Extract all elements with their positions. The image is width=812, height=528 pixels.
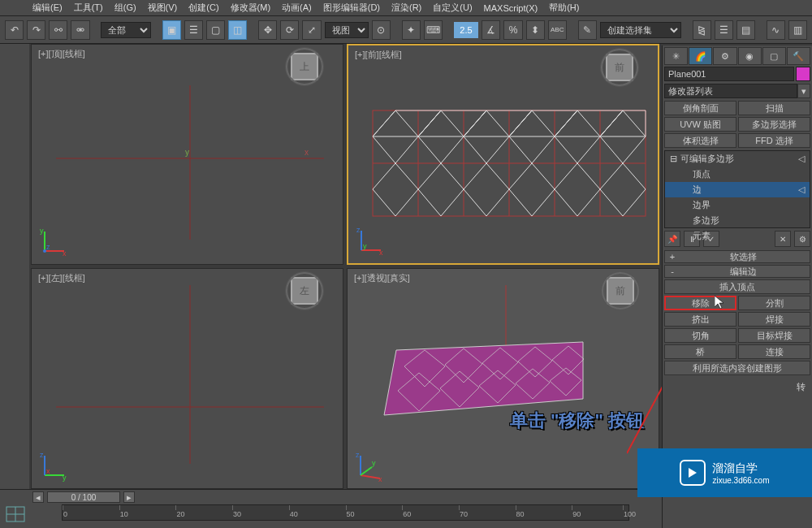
stack-element[interactable]: 元素 [665,228,810,244]
chamfer-button[interactable]: 切角 [664,328,736,343]
extrude-button[interactable]: 挤出 [664,312,736,327]
angle-snap-button[interactable]: ∡ [482,20,500,40]
move-button[interactable]: ✥ [258,20,277,40]
stack-border[interactable]: 边界 [665,197,810,213]
time-ruler[interactable]: 0 10 20 30 40 50 60 70 80 90 100 [62,504,629,521]
manipulate-button[interactable]: ✦ [402,20,421,40]
viewport-front[interactable]: [+][前][线框] 前 x z y [347,44,659,265]
unlink-button[interactable]: ⚮ [71,20,89,40]
hierarchy-tab[interactable]: ⚙ [713,47,736,65]
align-button[interactable]: ☰ [715,20,733,40]
menu-create[interactable]: 创建(C) [188,2,218,14]
edit-named-sel-button[interactable]: ✎ [578,20,597,40]
vol-select-button[interactable]: 体积选择 [664,133,736,148]
dropdown-arrow-icon[interactable]: ▾ [797,84,810,98]
select-object-button[interactable]: ▣ [162,20,181,40]
utilities-tab[interactable]: 🔨 [787,47,810,65]
ffd-select-button[interactable]: FFD 选择 [738,133,810,148]
sweep-button[interactable]: 扫描 [738,101,810,115]
chamfer-profile-button[interactable]: 倒角剖面 [664,101,736,115]
ref-coord-dropdown[interactable]: 视图 [325,22,369,38]
modifier-stack[interactable]: ⊟可编辑多边形◁ 顶点 边◁ 边界 多边形 元素 [664,150,810,228]
tick: 60 [402,505,411,510]
svg-text:x: x [304,148,309,157]
selection-filter-dropdown[interactable]: 全部 [101,22,151,38]
svg-text:x: x [378,475,382,482]
scale-button[interactable]: ⤢ [302,20,321,40]
window-crossing-button[interactable]: ◫ [228,20,247,40]
menu-edit[interactable]: 编辑(E) [32,2,63,14]
display-tab[interactable]: ▢ [762,47,786,65]
svg-text:z: z [46,243,50,251]
main-toolbar: ↶ ↷ ⚯ ⚮ 全部 ▣ ☰ ▢ ◫ ✥ ⟳ ⤢ 视图 ⊙ ✦ ⌨ 2.5 ∡ … [0,16,812,44]
select-by-name-button[interactable]: ☰ [184,20,203,40]
modify-tab[interactable]: 🌈 [689,47,712,65]
axis-gizmo-icon: y z x [38,449,71,482]
tick: 0 [63,505,67,510]
weld-button[interactable]: 焊接 [738,312,810,327]
menu-tools[interactable]: 工具(T) [74,2,103,14]
bridge-button[interactable]: 桥 [664,344,736,359]
viewport-perspective[interactable]: [+][透视][真实] 前 x z y 单击 "移除" 按钮 [347,268,659,489]
menu-views[interactable]: 视图(V) [148,2,178,14]
tick: 80 [516,505,525,510]
undo-button[interactable]: ↶ [5,20,24,40]
object-color-swatch[interactable] [796,67,810,81]
axis-gizmo-icon: x y z [38,225,71,258]
object-name-field[interactable] [664,67,794,81]
motion-tab[interactable]: ◉ [738,47,762,65]
use-center-button[interactable]: ⊙ [372,20,391,40]
rotate-button[interactable]: ⟳ [280,20,299,40]
uvw-map-button[interactable]: UVW 贴图 [664,117,736,132]
modifier-list-dropdown[interactable]: 修改器列表 [664,84,797,98]
poly-select-button[interactable]: 多边形选择 [738,117,810,132]
stack-vertex[interactable]: 顶点 [665,167,810,182]
menu-group[interactable]: 组(G) [114,2,136,14]
menu-grapheditors[interactable]: 图形编辑器(D) [323,2,380,14]
menu-customize[interactable]: 自定义(U) [433,2,472,14]
spinner-snap-button[interactable]: ⬍ [526,20,545,40]
create-shape-button[interactable]: 利用所选内容创建图形 [664,361,810,375]
keyboard-shortcut-button[interactable]: ⌨ [424,20,443,40]
snap-spinner[interactable]: 2.5 [454,22,479,38]
redo-button[interactable]: ↷ [27,20,45,40]
edit-edges-rollout[interactable]: -编辑边 [664,265,810,278]
link-button[interactable]: ⚯ [49,20,67,40]
menu-modifiers[interactable]: 修改器(M) [231,2,271,14]
named-selection-dropdown[interactable]: 创建选择集 [600,22,681,38]
connect-button[interactable]: 连接 [738,344,810,359]
menu-animation[interactable]: 动画(A) [282,2,312,14]
menu-bar: 编辑(E) 工具(T) 组(G) 视图(V) 创建(C) 修改器(M) 动画(A… [0,0,812,16]
abc-icon[interactable]: ABC [548,20,567,40]
stack-edge[interactable]: 边◁ [665,182,810,197]
target-weld-button[interactable]: 目标焊接 [738,328,810,343]
time-slider-handle[interactable]: 0 / 100 [47,491,120,503]
svg-text:y: y [40,227,44,235]
play-icon [680,460,706,486]
rect-select-button[interactable]: ▢ [206,20,225,40]
viewport-container: [+][顶][线框] 上 x y x y z [+][前][线框] 前 [31,44,659,489]
stack-editable-poly[interactable]: ⊟可编辑多边形◁ [665,151,810,167]
remove-button[interactable]: 移除 [664,296,736,310]
percent-snap-button[interactable]: % [503,20,522,40]
mirror-button[interactable]: ⧎ [693,20,711,40]
tick: 40 [289,505,298,510]
create-tab[interactable]: ✳ [664,47,688,65]
menu-help[interactable]: 帮助(H) [549,2,579,14]
timeline-next-button[interactable]: ▸ [123,491,135,503]
split-button[interactable]: 分割 [738,296,810,310]
tick: 50 [346,505,355,510]
menu-maxscript[interactable]: MAXScript(X) [484,3,538,13]
menu-rendering[interactable]: 渲染(R) [391,2,421,14]
tick: 100 [623,505,636,510]
viewport-top[interactable]: [+][顶][线框] 上 x y x y z [31,44,343,265]
stack-polygon[interactable]: 多边形 [665,213,810,228]
viewport-layout-button[interactable] [2,504,29,524]
schematic-view-button[interactable]: ▥ [788,20,807,40]
layer-mgr-button[interactable]: ▤ [736,20,755,40]
viewport-left[interactable]: [+][左][线框] 左 y z x [31,268,343,489]
timeline-prev-button[interactable]: ◂ [32,491,44,503]
curve-editor-button[interactable]: ∿ [767,20,785,40]
insert-vertex-button[interactable]: 插入顶点 [664,279,810,294]
soft-selection-rollout[interactable]: +软选择 [664,250,810,263]
